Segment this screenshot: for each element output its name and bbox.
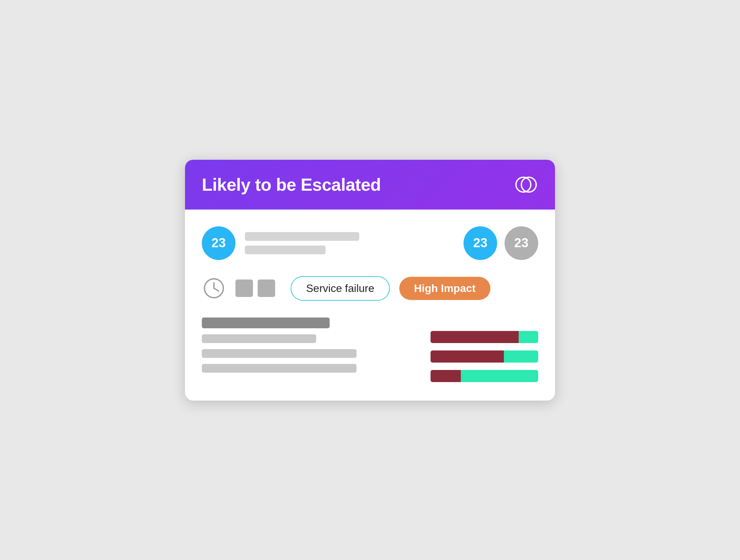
escalation-icon	[514, 173, 538, 197]
main-avatar: 23	[202, 226, 235, 260]
badge-blue: 23	[464, 226, 497, 260]
bar-red-3	[431, 370, 461, 382]
top-row: 23 23 23	[202, 226, 538, 260]
bottom-line-4	[202, 364, 357, 373]
bottom-line-3	[202, 349, 357, 358]
bar-teal-2	[504, 350, 538, 363]
progress-bars	[431, 318, 538, 382]
card-body: 23 23 23 Service fa	[185, 210, 555, 401]
bar-red-1	[431, 331, 519, 343]
progress-bar-1	[431, 331, 538, 343]
small-square-2	[258, 279, 275, 297]
middle-row: Service failure High Impact	[202, 276, 538, 301]
progress-bar-3	[431, 370, 538, 382]
svg-line-4	[214, 288, 219, 291]
text-line-1	[245, 232, 359, 241]
card-header: Likely to be Escalated	[185, 160, 555, 210]
bar-teal-3	[461, 370, 538, 382]
bar-teal-1	[519, 331, 538, 343]
text-line-2	[245, 246, 326, 254]
card-title: Likely to be Escalated	[202, 175, 381, 195]
service-failure-tag[interactable]: Service failure	[291, 276, 390, 301]
text-lines	[245, 232, 359, 254]
progress-bar-2	[431, 350, 538, 363]
top-left: 23	[202, 226, 359, 260]
bottom-text-lines	[202, 318, 417, 382]
bottom-line-1	[202, 318, 330, 328]
bottom-line-2	[202, 334, 316, 343]
clock-icon	[202, 276, 226, 300]
badge-gray: 23	[505, 226, 538, 260]
small-squares	[235, 279, 275, 297]
bar-red-2	[431, 350, 504, 363]
top-right-badges: 23 23	[464, 226, 538, 260]
small-square-1	[235, 279, 253, 297]
bottom-section	[202, 318, 538, 382]
high-impact-tag[interactable]: High Impact	[399, 277, 490, 300]
escalated-card: Likely to be Escalated 23 23 23	[185, 160, 555, 401]
